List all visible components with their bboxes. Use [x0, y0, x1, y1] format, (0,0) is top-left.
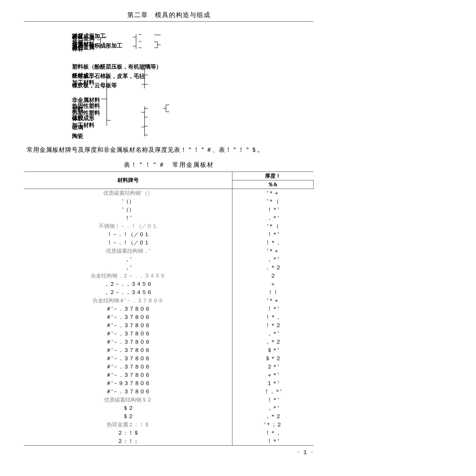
cell-thickness: ！！: [232, 288, 314, 296]
cell-thickness: ，＊２: [232, 263, 314, 272]
node-ceramic: 陶瓷: [72, 132, 83, 140]
node-thermoplastic: 热塑性塑料: [72, 109, 100, 117]
cell-thickness: ！＊，: [232, 429, 314, 437]
cell-thickness: ２＊’: [232, 363, 314, 371]
cell-material: ！－．！（／０１: [24, 230, 232, 239]
table-row: ２：！；！＊’: [24, 437, 314, 446]
node-stamping: 冲压成形加工: [72, 32, 106, 40]
table-row: ，２－．，３４５６！！: [24, 288, 314, 296]
table-row: ！－．！（／０１！＊，: [24, 239, 314, 247]
cell-material: 合金结构钢＃’－．３７８０６: [24, 296, 232, 305]
cell-thickness: ！＊’: [232, 396, 314, 404]
cell-material: 热双金属２：！＄: [24, 421, 232, 429]
page-number: · １ ·: [24, 448, 314, 456]
cell-material: ’（）: [24, 197, 232, 205]
cell-material: 优质碳素结构钢，’: [24, 247, 232, 255]
cell-material: ，２－．，３４５６: [24, 288, 232, 296]
table-row: 合金结构钢，２－．，３４５６２: [24, 272, 314, 280]
cell-thickness: ！＊’: [232, 305, 314, 313]
cell-material: ，’: [24, 255, 232, 263]
table-row: 优质碳素结构钢’（）’＊＋: [24, 189, 314, 197]
cell-material: ！－．！（／０１: [24, 239, 232, 247]
table-row: 合金结构钢＃’－．３７８０６’＊＋: [24, 296, 314, 305]
cell-thickness: ＋: [232, 280, 314, 288]
cell-thickness: ２: [232, 272, 314, 280]
cell-material: ＃’－．３７８０６: [24, 363, 232, 371]
table-row: 优质碳素结构钢＄２！＊’: [24, 396, 314, 404]
cell-thickness: ＄＊’: [232, 346, 314, 354]
table-row: ＄２，＊’: [24, 404, 314, 412]
table-row: ’（）！＊’: [24, 205, 314, 214]
node-plastic-board: 塑料板（酚醛层压板，有机玻璃等）: [72, 63, 162, 70]
cell-thickness: ！，＊’: [232, 387, 314, 396]
table-row: ，２－．，３４５６＋: [24, 280, 314, 288]
cell-material: 不锈钢！－．！（／０１: [24, 222, 232, 230]
cell-thickness: ！＊，: [232, 239, 314, 247]
cell-thickness: ！＊’: [232, 437, 314, 446]
cell-thickness: ！＊２: [232, 321, 314, 330]
table-row: ＃’－．３７８０６！＊２: [24, 321, 314, 330]
cell-thickness: ，＊’: [232, 330, 314, 338]
cell-thickness: ’＊＋: [232, 296, 314, 305]
cell-material: ＃’－．３７８０６: [24, 354, 232, 363]
cell-thickness: ＄＊２: [232, 354, 314, 363]
table-row: ’（）’＊（: [24, 197, 314, 205]
table-row: 不锈钢！－．！（／０１’＊（: [24, 222, 314, 230]
table-row: ＃’－．３７８０６！＊’: [24, 305, 314, 313]
cell-thickness: ’＊＋: [232, 189, 314, 197]
cell-material: ＃’－．３７８０６: [24, 330, 232, 338]
page-header: 第二章 模具的构造与组成: [24, 8, 314, 22]
node-fiber-board: 纤维板，石棉板，皮革，毛毡: [72, 72, 145, 80]
table-row: ＃’－．３７８０６！，＊’: [24, 387, 314, 396]
cell-material: ２：！；: [24, 437, 232, 446]
node-rubber-board: 橡胶板，云母板等: [72, 82, 117, 89]
table-row: ！’，＊’: [24, 214, 314, 222]
cell-material: ，’: [24, 263, 232, 272]
cell-thickness: ，＊’: [232, 404, 314, 412]
table-row: ＃’－．３７８０６，＊２: [24, 338, 314, 346]
cell-thickness: ，＊２: [232, 412, 314, 421]
table-row: 热双金属２：！＄’＊；２: [24, 421, 314, 429]
table-row: ＃’－．３７８０６＄＊’: [24, 346, 314, 354]
table-row: ＃’－．３７８０６２＊’: [24, 363, 314, 371]
cell-thickness: ＋＊’: [232, 371, 314, 379]
cell-thickness: ，＊２: [232, 338, 314, 346]
intro-text: 常用金属板材牌号及厚度和非金属板材名称及厚度见表！＂！＂＃、表！＂！＂＄。: [27, 146, 439, 154]
cell-thickness: ，＊’: [232, 214, 314, 222]
cell-material: 优质碳素结构钢＄２: [24, 396, 232, 404]
cell-thickness: ’＊（: [232, 222, 314, 230]
cell-material: ，２－．，３４５６: [24, 280, 232, 288]
cell-thickness: ！＊’: [232, 230, 314, 239]
cell-material: ＄２: [24, 404, 232, 412]
table-row: ２：！＄！＊，: [24, 429, 314, 437]
table-row: ＃’－９３７８０６１＊’: [24, 379, 314, 387]
material-table: 材料牌号 厚度！ ％& 优质碳素结构钢’（）’＊＋’（）’＊（’（）！＊’！’，…: [24, 172, 314, 446]
th-thickness-2: ％&: [232, 180, 314, 189]
cell-material: ＃’－．３７８０６: [24, 346, 232, 354]
cell-material: ＃’－９３７８０６: [24, 379, 232, 387]
cell-material: ＃’－．３７８０６: [24, 321, 232, 330]
table-row: ＄２，＊２: [24, 412, 314, 421]
cell-material: ＄２: [24, 412, 232, 421]
table-row: ，’，＊２: [24, 263, 314, 272]
cell-thickness: ’＊＋: [232, 247, 314, 255]
table-row: ＃’－．３７８０６，＊’: [24, 330, 314, 338]
cell-thickness: ，＊’: [232, 255, 314, 263]
cell-material: ＃’－．３７８０６: [24, 371, 232, 379]
th-thickness-1: 厚度！: [232, 172, 314, 180]
cell-material: 合金结构钢，２－．，３４５６: [24, 272, 232, 280]
cell-material: ＃’－．３７８０６: [24, 387, 232, 396]
table-row: 优质碳素结构钢，’’＊＋: [24, 247, 314, 255]
cell-material: ＃’－．３７８０６: [24, 313, 232, 321]
cell-thickness: ！＊’: [232, 205, 314, 214]
table-row: ＃’－．３７８０６！＊，: [24, 313, 314, 321]
table-row: ＃’－．３７８０６＋＊’: [24, 371, 314, 379]
node-bulk-forming: 适用于体积成形加工: [72, 42, 122, 49]
th-material: 材料牌号: [24, 172, 232, 189]
node-glass: 玻璃: [72, 124, 83, 131]
table-caption: 表！＂！＂＃ 常用金属板材: [24, 161, 314, 169]
cell-material: ’（）: [24, 205, 232, 214]
table-row: ，’，＊’: [24, 255, 314, 263]
cell-material: ！’: [24, 214, 232, 222]
material-diagram: 金属材料 有色金属 黑色金属 板材 块状 棒材 冲压成形加工 适用于体积成形加工…: [72, 32, 439, 139]
